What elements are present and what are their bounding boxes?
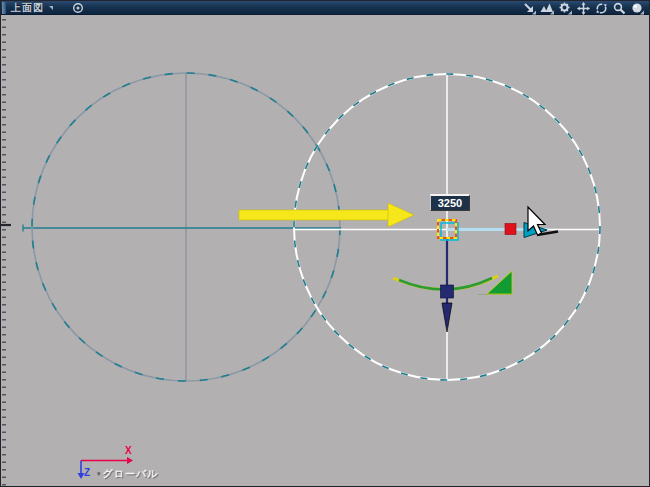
- titlebar-tool-icons: [521, 1, 645, 15]
- view-title: 上面図: [11, 1, 44, 15]
- x-axis-label: X: [125, 445, 132, 456]
- target-icon[interactable]: [72, 2, 84, 14]
- viewport-window: 上面図: [0, 0, 650, 487]
- view-menu-button[interactable]: 上面図: [11, 1, 54, 15]
- settings-gear-icon[interactable]: [557, 2, 573, 15]
- dimension-tooltip: 3250: [430, 194, 470, 211]
- sphere-view-icon[interactable]: [629, 2, 645, 15]
- coordinate-space-label: グローバル: [103, 467, 159, 481]
- annotation-arrow: [239, 203, 414, 227]
- x-move-handle[interactable]: [505, 224, 516, 235]
- scale-handle[interactable]: [487, 271, 512, 294]
- zoom-icon[interactable]: [611, 2, 627, 15]
- z-axis-label: Z: [84, 467, 90, 478]
- z-axis-handle-square[interactable]: [441, 285, 454, 298]
- display-mode-icon[interactable]: [539, 2, 555, 15]
- viewport-titlebar: 上面図: [1, 1, 649, 15]
- pointer-tool-icon[interactable]: [521, 2, 537, 15]
- viewport-canvas[interactable]: [1, 1, 650, 487]
- x-axis-arrowhead: [127, 457, 133, 464]
- move-manipulator: [393, 220, 558, 332]
- view-menu-dropdown-icon: [48, 5, 54, 11]
- z-axis-arrowhead[interactable]: [442, 303, 452, 332]
- coordinate-dropdown-icon: ▾: [97, 470, 101, 478]
- titlebar-accent: [2, 2, 6, 14]
- orbit-icon[interactable]: [593, 2, 609, 15]
- coordinate-space-selector[interactable]: ▾ グローバル: [97, 467, 158, 481]
- pan-icon[interactable]: [575, 2, 591, 15]
